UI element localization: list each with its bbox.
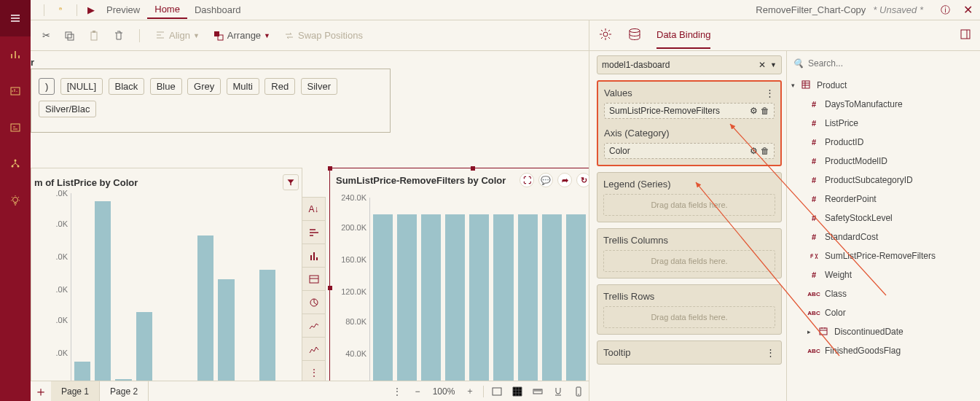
trash-icon[interactable]: 🗑 — [761, 106, 769, 116]
field-weight[interactable]: #Weight — [791, 265, 976, 284]
more-icon[interactable]: ⋮ — [302, 361, 325, 381]
values-chip[interactable]: SumListPrice-RemoveFilters ⚙ 🗑 — [604, 103, 775, 119]
area-icon[interactable] — [302, 338, 325, 361]
dashboard-tab[interactable]: Dashboard — [187, 1, 248, 18]
page-options-icon[interactable]: ⋮ — [387, 381, 407, 402]
preview-tab[interactable]: Preview — [99, 1, 147, 18]
trash-icon[interactable]: 🗑 — [761, 146, 769, 156]
barh-icon[interactable] — [302, 221, 325, 244]
bar[interactable] — [493, 214, 513, 381]
report-nav-icon[interactable] — [0, 73, 31, 109]
filter-pill[interactable]: Blue — [150, 78, 182, 95]
datasource-nav-icon[interactable] — [0, 109, 31, 146]
hierarchy-nav-icon[interactable] — [0, 146, 31, 182]
page-tab[interactable]: Page 2 — [100, 381, 149, 402]
sort-icon[interactable]: A↓ — [302, 198, 325, 221]
cut-icon[interactable]: ✂ — [39, 28, 53, 42]
delete-icon[interactable] — [110, 28, 128, 43]
field-class[interactable]: ABCClass — [791, 284, 976, 303]
bar[interactable] — [469, 214, 489, 381]
close-icon[interactable]: ✕ — [963, 3, 973, 17]
bar[interactable] — [136, 312, 152, 381]
paste-icon[interactable] — [85, 28, 103, 43]
field-productmodelid[interactable]: #ProductModelID — [791, 152, 976, 171]
data-binding-icon[interactable] — [627, 27, 642, 44]
refresh-icon[interactable]: ↻ — [576, 173, 589, 187]
clear-model-icon[interactable]: ✕ — [758, 60, 766, 70]
trellis-rows-dropzone[interactable]: Drag data fields here. — [603, 306, 775, 328]
field-sumlistprice-removefilters[interactable]: SumListPrice-RemoveFilters — [791, 246, 976, 265]
filter-pill[interactable]: Grey — [187, 78, 221, 95]
mobile-icon[interactable] — [568, 381, 589, 402]
add-page-button[interactable]: ＋ — [31, 381, 51, 402]
bar[interactable] — [197, 235, 213, 381]
help-icon[interactable]: ⓘ — [941, 4, 950, 17]
legend-dropzone[interactable]: Drag data fields here. — [603, 194, 775, 216]
align-dropdown[interactable]: Align ▼ — [152, 28, 203, 43]
filter-pill[interactable]: Silver/Blac — [39, 101, 96, 117]
settings-icon[interactable] — [598, 27, 613, 44]
bar[interactable] — [74, 362, 90, 381]
snap-icon[interactable] — [548, 381, 568, 402]
chart-nav-icon[interactable] — [0, 36, 31, 73]
data-binding-tab[interactable]: Data Binding — [656, 22, 710, 49]
field-listprice[interactable]: #ListPrice — [791, 114, 976, 133]
field-standardcost[interactable]: #StandardCost — [791, 227, 976, 246]
filter-pill[interactable]: Multi — [227, 78, 259, 95]
field-reorderpoint[interactable]: #ReorderPoint — [791, 190, 976, 209]
play-icon[interactable]: ▶ — [83, 1, 99, 18]
arrange-dropdown[interactable]: Arrange ▼ — [210, 28, 273, 43]
chart-listprice-by-color[interactable]: m of ListPrice by Color .0K .0K .0K .0K … — [31, 168, 302, 381]
share-icon[interactable]: ➦ — [557, 173, 572, 187]
zoom-in-button[interactable]: ＋ — [460, 381, 480, 402]
save-icon[interactable] — [50, 0, 71, 20]
swap-positions-button[interactable]: Swap Positions — [281, 28, 366, 43]
gear-icon[interactable]: ⚙ — [750, 106, 758, 116]
filter-icon[interactable] — [283, 174, 299, 190]
comment-icon[interactable]: 💬 — [538, 173, 553, 187]
field-productid[interactable]: #ProductID — [791, 133, 976, 152]
lightbulb-nav-icon[interactable] — [0, 182, 31, 219]
field-finishedgoodsflag[interactable]: ABCFinishedGoodsFlag — [791, 341, 976, 360]
ruler-icon[interactable] — [528, 381, 548, 402]
filter-pill[interactable]: Silver — [301, 78, 338, 95]
field-color[interactable]: ABCColor — [791, 303, 976, 322]
filter-pill[interactable]: [NULL] — [60, 78, 103, 95]
bar[interactable] — [218, 279, 234, 381]
field-productsubcategoryid[interactable]: #ProductSubcategoryID — [791, 171, 976, 190]
bar[interactable] — [542, 214, 562, 381]
barv-icon[interactable] — [302, 244, 325, 268]
gear-icon[interactable]: ⚙ — [750, 146, 758, 156]
trellis-cols-dropzone[interactable]: Drag data fields here. — [603, 250, 775, 272]
grid-icon[interactable] — [507, 381, 528, 402]
dashboard-canvas[interactable]: r ) [NULL] Black Blue Grey Multi Red Sil… — [31, 51, 589, 381]
copy-icon[interactable] — [60, 28, 78, 43]
bar[interactable] — [445, 214, 465, 381]
fit-icon[interactable] — [487, 381, 507, 402]
bar[interactable] — [421, 214, 441, 381]
bar[interactable] — [95, 201, 111, 381]
zoom-out-button[interactable]: − — [407, 381, 428, 402]
table-node[interactable]: ▾ Product — [791, 76, 976, 95]
chevron-down-icon[interactable]: ▼ — [770, 61, 777, 69]
field-search-input[interactable] — [808, 58, 974, 69]
field-safetystocklevel[interactable]: #SafetyStockLevel — [791, 209, 976, 227]
filter-pill-all-fragment[interactable]: ) — [39, 78, 55, 95]
field-discontinueddate[interactable]: ▸DiscontinuedDate — [791, 322, 976, 341]
bar[interactable] — [373, 214, 393, 381]
fullscreen-icon[interactable]: ⛶ — [520, 173, 534, 187]
home-tab[interactable]: Home — [147, 1, 187, 19]
page-tab[interactable]: Page 1 — [51, 381, 100, 402]
collapse-panel-icon[interactable] — [960, 28, 971, 42]
filter-pill[interactable]: Red — [264, 78, 295, 95]
tooltip-options-icon[interactable]: ⋮ — [766, 347, 775, 358]
bar[interactable] — [259, 270, 275, 381]
model-selector[interactable]: model1-dasboard ✕ ▼ — [597, 55, 782, 74]
chart-sumlistprice-removefilters[interactable]: SumListPrice-RemoveFilters by Color ⛶ 💬 … — [329, 168, 589, 381]
filter-pill[interactable]: Black — [109, 78, 145, 95]
line-icon[interactable] — [302, 314, 325, 338]
color-filter-card[interactable]: ) [NULL] Black Blue Grey Multi Red Silve… — [31, 69, 391, 133]
field-daystomanufacture[interactable]: #DaysToManufacture — [791, 95, 976, 114]
zoom-level[interactable]: 100% — [428, 381, 460, 402]
axis-chip[interactable]: Color ⚙ 🗑 — [604, 143, 775, 159]
